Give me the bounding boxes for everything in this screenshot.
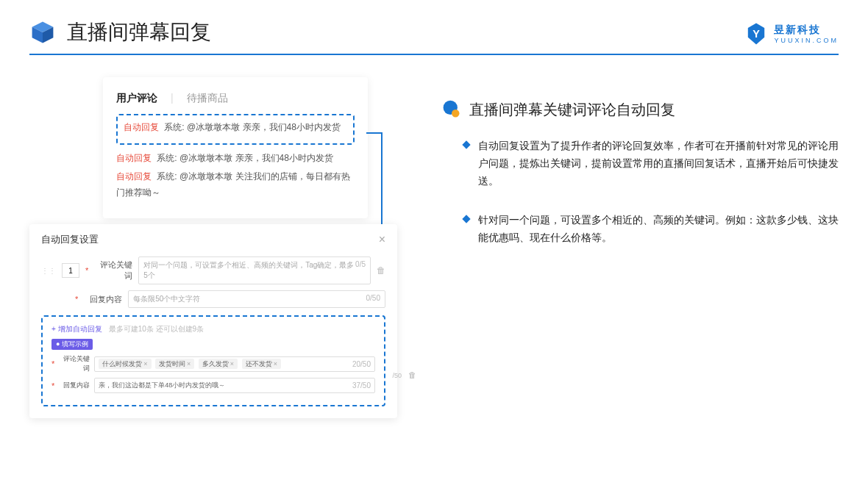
svg-text:Y: Y <box>753 28 761 40</box>
example-badge: ● 填写示例 <box>51 339 93 350</box>
keyword-chip[interactable]: 还不发货× <box>242 359 281 369</box>
description-column: 直播间弹幕关键词评论自动回复 自动回复设置为了提升作者的评论回复效率，作者可在开… <box>441 77 839 418</box>
ex-keyword-label: 评论关键词 <box>59 354 90 373</box>
page-title: 直播间弹幕回复 <box>67 18 211 46</box>
keyword-chip[interactable]: 什么时候发货× <box>99 359 151 369</box>
delete-icon[interactable]: 🗑 <box>408 370 416 379</box>
required-star: * <box>51 381 54 390</box>
chat-bubble-icon <box>441 99 462 120</box>
keyword-input[interactable]: 对同一个问题，可设置多个相近、高频的关键词，Tag确定，最多5个 0/5 <box>138 256 371 284</box>
svg-point-5 <box>452 110 460 118</box>
highlighted-comment: 自动回复 系统: @冰墩墩本墩 亲亲，我们48小时内发货 <box>116 114 355 145</box>
page-header: 直播间弹幕回复 <box>0 0 868 54</box>
comment-text: 系统: @冰墩墩本墩 亲亲，我们48小时内发货 <box>157 153 333 163</box>
drag-handle-icon[interactable]: ⋮⋮ <box>41 267 56 275</box>
ex-keyword-counter: 20/50 <box>352 360 371 368</box>
outer-counter: /50 <box>392 372 402 379</box>
brand-logo-icon: Y <box>744 22 768 46</box>
bullet-item: 针对同一个问题，可设置多个相近的、高频的关键词。例如：这款多少钱、这块能优惠吗、… <box>441 212 839 247</box>
bullet-text: 自动回复设置为了提升作者的评论回复效率，作者可在开播前针对常见的评论用户问题，提… <box>478 137 839 190</box>
screenshot-column: 用户评论 | 待播商品 自动回复 系统: @冰墩墩本墩 亲亲，我们48小时内发货… <box>29 77 397 418</box>
brand-url: YUUXIN.COM <box>774 37 839 44</box>
example-block: + 增加自动回复 最多可建10条 还可以创建9条 ● 填写示例 * 评论关键词 … <box>41 315 385 406</box>
brand-name: 昱新科技 <box>774 24 839 37</box>
auto-reply-badge: 自动回复 <box>116 153 152 163</box>
keyword-counter: 0/5 <box>355 260 366 281</box>
content-counter: 0/50 <box>366 294 380 304</box>
add-hint: 最多可建10条 还可以创建9条 <box>109 325 204 333</box>
cube-icon <box>29 19 56 46</box>
comment-text: 系统: @冰墩墩本墩 亲亲，我们48小时内发货 <box>164 122 341 132</box>
required-star: * <box>85 266 88 275</box>
ex-keyword-input[interactable]: 什么时候发货× 发货时间× 多久发货× 还不发货× 20/50 <box>94 356 375 372</box>
ex-content-input[interactable]: 亲，我们这边都是下单48小时内发货的哦～ 37/50 <box>94 378 375 393</box>
connector-line <box>366 132 381 134</box>
placeholder-text: 每条限50个中文字符 <box>133 294 200 304</box>
keyword-chip[interactable]: 发货时间× <box>155 359 194 369</box>
add-auto-reply-link[interactable]: + 增加自动回复 <box>51 325 102 333</box>
ex-content-value: 亲，我们这边都是下单48小时内发货的哦～ <box>99 381 352 390</box>
bullet-text: 针对同一个问题，可设置多个相近的、高频的关键词。例如：这款多少钱、这块能优惠吗、… <box>478 212 839 247</box>
tab-pending-goods[interactable]: 待播商品 <box>187 92 228 105</box>
delete-icon[interactable]: 🗑 <box>377 265 385 276</box>
ex-content-counter: 37/50 <box>352 381 371 390</box>
comment-row: 自动回复 系统: @冰墩墩本墩 关注我们的店铺，每日都有热门推荐呦～ <box>116 169 355 201</box>
tab-bar: 用户评论 | 待播商品 <box>116 92 355 105</box>
diamond-icon <box>462 215 470 223</box>
tab-divider: | <box>171 92 174 105</box>
keyword-chip[interactable]: 多久发货× <box>199 359 238 369</box>
required-star: * <box>51 359 54 368</box>
bullet-item: 自动回复设置为了提升作者的评论回复效率，作者可在开播前针对常见的评论用户问题，提… <box>441 137 839 190</box>
index-input[interactable] <box>62 263 79 278</box>
auto-reply-settings-dialog: 自动回复设置 × ⋮⋮ * 评论关键词 对同一个问题，可设置多个相近、高频的关键… <box>29 224 397 418</box>
divider <box>29 54 839 55</box>
brand: Y 昱新科技 YUUXIN.COM <box>744 22 839 46</box>
placeholder-text: 对同一个问题，可设置多个相近、高频的关键词，Tag确定，最多5个 <box>143 260 355 281</box>
auto-reply-badge: 自动回复 <box>124 122 159 132</box>
content-label: 回复内容 <box>84 294 122 305</box>
auto-reply-badge: 自动回复 <box>116 171 152 182</box>
section-title: 直播间弹幕关键词评论自动回复 <box>469 100 675 120</box>
dialog-title: 自动回复设置 <box>41 233 99 246</box>
comments-panel: 用户评论 | 待播商品 自动回复 系统: @冰墩墩本墩 亲亲，我们48小时内发货… <box>103 77 368 218</box>
keyword-label: 评论关键词 <box>94 259 132 281</box>
content-input[interactable]: 每条限50个中文字符 0/50 <box>128 290 385 308</box>
ex-content-label: 回复内容 <box>59 381 90 390</box>
diamond-icon <box>462 140 470 148</box>
tab-user-comments[interactable]: 用户评论 <box>116 92 157 105</box>
close-icon[interactable]: × <box>379 233 385 246</box>
comment-row: 自动回复 系统: @冰墩墩本墩 亲亲，我们48小时内发货 <box>116 151 355 167</box>
required-star: * <box>75 295 78 304</box>
